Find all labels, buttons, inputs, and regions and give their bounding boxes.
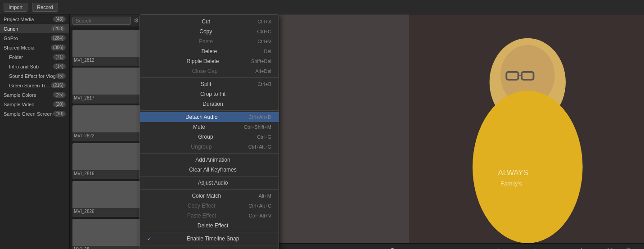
svg-text:Family's: Family's — [500, 180, 522, 187]
ctx-item-16[interactable]: Add Animation — [140, 155, 279, 165]
ctx-label-24: Delete Effect — [198, 222, 228, 229]
sidebar-item-label-9: Sample Video — [4, 102, 53, 107]
sidebar-item-label-7: Green Screen Trans — [9, 83, 51, 88]
ctx-item-19[interactable]: Adjust Audio — [140, 178, 279, 188]
ctx-label-22: Copy Effect — [188, 203, 216, 209]
filter-icon[interactable]: ⚙ — [134, 17, 139, 24]
sidebar-item-6[interactable]: Sound Effect for Vlog(5) — [0, 71, 69, 81]
ctx-label-8: Crop to Fit — [200, 91, 225, 97]
sidebar-item-label-2: GoPro — [4, 36, 51, 41]
search-input[interactable] — [72, 17, 131, 25]
sidebar-item-10[interactable]: Sample Green Screen(10) — [0, 109, 69, 118]
ctx-shortcut-21: Alt+M — [259, 193, 271, 199]
ctx-divider-18 — [140, 176, 279, 177]
ctx-shortcut-0: Ctrl+X — [257, 19, 271, 24]
ctx-label-5: Close Gap — [192, 68, 218, 74]
svg-text:ALWAYS: ALWAYS — [498, 168, 528, 177]
sidebar-item-0[interactable]: Project Media(48) — [0, 14, 69, 24]
secondary-toolbar: Import Record — [0, 0, 644, 14]
preview-controls: [ ] 00:00:01:14 | 1/2 ⏮ ◀ ▶ ■ ⛶ ⊡ 🔊 ⚙ — [259, 243, 644, 249]
sidebar-item-9[interactable]: Sample Video(20) — [0, 100, 69, 109]
ctx-shortcut-7: Ctrl+B — [257, 81, 271, 87]
ctx-divider-10 — [140, 110, 279, 111]
ctx-item-9[interactable]: Duration — [140, 99, 279, 109]
app-window: Import Record Project Media(48)Canon(203… — [0, 0, 644, 249]
preview-end-bracket: ] — [498, 247, 500, 249]
sidebar-item-4[interactable]: Folder(71) — [0, 52, 69, 62]
full-screen-icon[interactable]: ⛶ — [607, 248, 612, 249]
sidebar-item-3[interactable]: Shared Media(306) — [0, 43, 69, 52]
record-button[interactable]: Record — [32, 3, 58, 12]
ctx-item-21[interactable]: Color MatchAlt+M — [140, 191, 279, 201]
ctx-shortcut-4: Shift+Del — [251, 59, 271, 64]
ctx-label-7: Split — [201, 81, 211, 87]
sidebar-item-count-2: (284) — [51, 35, 66, 41]
ctx-item-7[interactable]: SplitCtrl+B — [140, 79, 279, 89]
sidebar-item-5[interactable]: Intro and Sub(14) — [0, 62, 69, 71]
ctx-item-0[interactable]: CutCtrl+X — [140, 17, 279, 27]
ctx-item-3[interactable]: DeleteDel — [140, 46, 279, 56]
sidebar-item-count-7: (216) — [51, 82, 66, 88]
ctx-label-3: Delete — [201, 48, 217, 54]
sidebar-item-8[interactable]: Sample Colors(25) — [0, 90, 69, 100]
settings-icon[interactable]: ⚙ — [635, 248, 639, 249]
ctx-label-0: Cut — [202, 18, 210, 25]
crop-icon[interactable]: ⊡ — [616, 248, 621, 249]
sidebar-item-count-10: (10) — [53, 111, 66, 117]
ctx-shortcut-13: Ctrl+G — [257, 134, 271, 140]
ctx-item-24[interactable]: Delete Effect — [140, 221, 279, 231]
ctx-label-13: Group — [198, 134, 213, 140]
ctx-divider-27 — [140, 245, 279, 245]
sidebar-item-1[interactable]: Canon(203) — [0, 24, 69, 33]
sidebar-item-count-0: (48) — [53, 16, 66, 22]
ctx-label-11: Detach Audio — [185, 114, 217, 120]
sidebar-item-count-3: (306) — [51, 45, 66, 50]
ctx-item-1[interactable]: CopyCtrl+C — [140, 27, 279, 36]
ctx-label-16: Add Animation — [195, 157, 230, 163]
ctx-shortcut-12: Ctrl+Shift+M — [244, 124, 271, 130]
ctx-item-11[interactable]: Detach AudioCtrl+Alt+D — [140, 112, 279, 122]
ctx-item-23: Paste EffectCtrl+Alt+V — [140, 211, 279, 221]
ctx-shortcut-22: Ctrl+Alt+C — [248, 203, 271, 208]
prev-step-back-button[interactable]: ⏮ — [555, 247, 563, 249]
ctx-divider-20 — [140, 189, 279, 190]
prev-play-button[interactable]: ▶ — [579, 245, 589, 249]
ctx-shortcut-2: Ctrl+V — [257, 39, 271, 44]
prev-stop-button[interactable]: ■ — [593, 246, 600, 249]
svg-rect-7 — [259, 14, 409, 243]
sidebar-item-label-4: Folder — [9, 54, 53, 60]
ctx-shortcut-5: Alt+Del — [255, 68, 271, 74]
sidebar-item-7[interactable]: Green Screen Trans(216) — [0, 81, 69, 90]
import-button[interactable]: Import — [4, 3, 27, 12]
ctx-item-28[interactable]: Select all clips with the same color mar… — [140, 247, 279, 249]
sidebar-item-2[interactable]: GoPro(284) — [0, 33, 69, 43]
ctx-shortcut-1: Ctrl+C — [257, 29, 271, 34]
ctx-item-14: UngroupCtrl+Alt+G — [140, 142, 279, 152]
ctx-label-9: Duration — [203, 101, 223, 107]
ctx-divider-6 — [140, 77, 279, 78]
ctx-item-26[interactable]: ✓Enable Timeline Snap — [140, 234, 279, 244]
prev-play-back-button[interactable]: ◀ — [567, 246, 576, 249]
ctx-label-21: Color Match — [192, 193, 221, 199]
ctx-item-12[interactable]: MuteCtrl+Shift+M — [140, 122, 279, 132]
preview-area: ALWAYS Family's [ ] 00:00:01:14 | 1/2 ⏮ — [259, 14, 644, 249]
sidebar-item-label-10: Sample Green Screen — [4, 111, 53, 117]
ctx-item-22: Copy EffectCtrl+Alt+C — [140, 201, 279, 211]
ctx-label-14: Ungroup — [191, 144, 212, 150]
sidebar-item-count-1: (203) — [51, 26, 66, 32]
main-area: Project Media(48)Canon(203)GoPro(284)Sha… — [0, 14, 644, 249]
sidebar-item-count-4: (71) — [53, 54, 66, 60]
sidebar-item-label-0: Project Media — [4, 17, 53, 22]
volume-icon[interactable]: 🔊 — [624, 248, 631, 249]
preview-video: ALWAYS Family's — [259, 14, 644, 243]
sidebar-item-label-5: Intro and Sub — [9, 64, 53, 69]
ctx-label-12: Mute — [193, 124, 205, 130]
sidebar-item-count-9: (20) — [53, 101, 66, 107]
ctx-item-8[interactable]: Crop to Fit — [140, 89, 279, 99]
ctx-label-2: Paste — [199, 38, 213, 45]
ctx-item-13[interactable]: GroupCtrl+G — [140, 132, 279, 142]
preview-divider: | — [535, 248, 536, 249]
ctx-item-17[interactable]: Clear All Keyframes — [140, 165, 279, 175]
ctx-item-4[interactable]: Ripple DeleteShift+Del — [140, 56, 279, 66]
sidebar-item-label-8: Sample Colors — [4, 92, 53, 98]
